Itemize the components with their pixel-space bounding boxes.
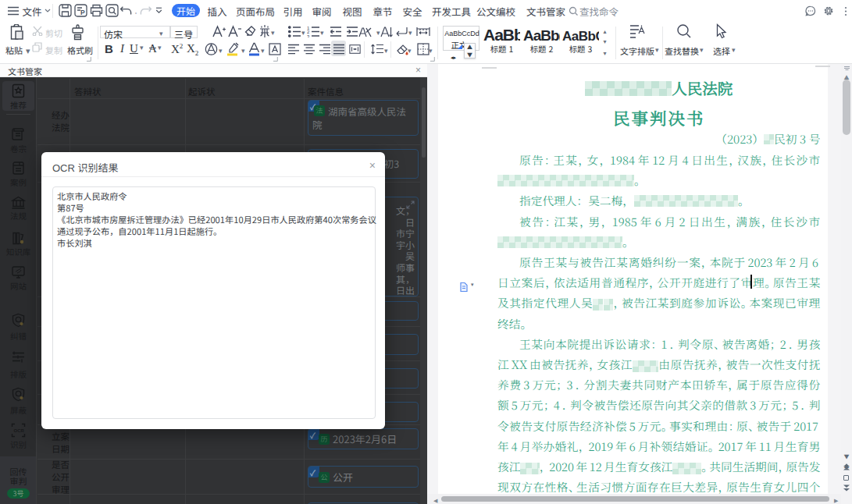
svg-text:P: P (80, 7, 85, 16)
svg-text:OCR: OCR (14, 428, 25, 433)
svg-text:3: 3 (307, 34, 310, 38)
